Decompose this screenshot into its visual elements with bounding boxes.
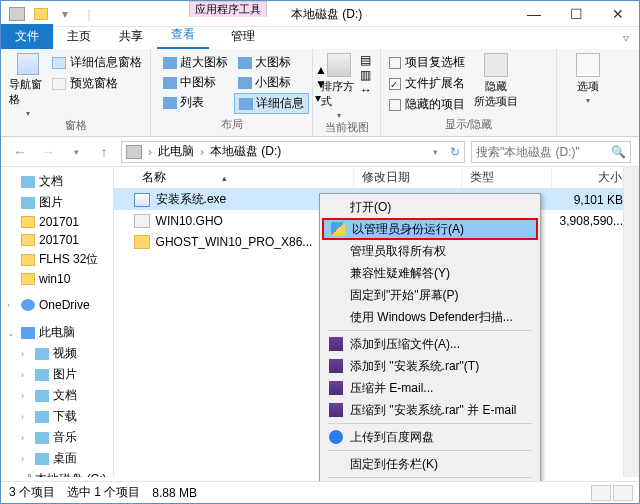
- search-box[interactable]: 🔍: [471, 141, 631, 163]
- rar-icon: [328, 336, 344, 352]
- rar-icon: [328, 402, 344, 418]
- layout-small[interactable]: 小图标: [234, 73, 309, 92]
- item-checkboxes-toggle[interactable]: 项目复选框: [389, 53, 465, 72]
- refresh-button[interactable]: ↻: [450, 145, 460, 159]
- tree-201701b[interactable]: 201701: [1, 231, 113, 249]
- tree-desktop[interactable]: ›桌面: [1, 448, 113, 469]
- folder-icon: [134, 235, 150, 249]
- tree-downloads[interactable]: ›下载: [1, 406, 113, 427]
- menu-open[interactable]: 打开(O): [322, 196, 538, 218]
- minimize-button[interactable]: —: [513, 1, 555, 27]
- preview-pane-toggle[interactable]: 预览窗格: [52, 74, 142, 93]
- address-dropdown[interactable]: ▾: [433, 147, 438, 157]
- menu-defender[interactable]: 使用 Windows Defender扫描...: [322, 306, 538, 328]
- col-type[interactable]: 类型: [462, 167, 552, 188]
- menu-add-archive[interactable]: 添加到压缩文件(A)...: [322, 333, 538, 355]
- options-button[interactable]: 选项 ▾: [565, 53, 611, 105]
- file-ext-toggle[interactable]: 文件扩展名: [389, 74, 465, 93]
- context-menu: 打开(O) 以管理员身份运行(A) 管理员取得所有权 兼容性疑难解答(Y) 固定…: [319, 193, 541, 504]
- menu-run-as-admin[interactable]: 以管理员身份运行(A): [322, 218, 538, 240]
- qat-folder-icon[interactable]: [31, 4, 51, 24]
- rar-icon: [328, 380, 344, 396]
- tree-thispc[interactable]: ⌄此电脑: [1, 322, 113, 343]
- tree-pics[interactable]: 图片: [1, 192, 113, 213]
- detail-pane-toggle[interactable]: 详细信息窗格: [52, 53, 142, 72]
- address-bar: ← → ▾ ↑ › 此电脑 › 本地磁盘 (D:) ▾ ↻ 🔍: [1, 137, 639, 167]
- ribbon: 导航窗格 ▾ 详细信息窗格 预览窗格 窗格 超大图标 中图标 列表 大图标 小图…: [1, 49, 639, 137]
- group-layout-label: 布局: [159, 117, 304, 132]
- tree-music[interactable]: ›音乐: [1, 427, 113, 448]
- hide-selected-button[interactable]: 隐藏 所选项目: [473, 53, 519, 114]
- search-icon[interactable]: 🔍: [611, 145, 626, 159]
- tree-win10[interactable]: win10: [1, 270, 113, 288]
- tab-file[interactable]: 文件: [1, 24, 53, 49]
- context-tab-label: 应用程序工具: [189, 1, 267, 17]
- tree-flhs[interactable]: FLHS 32位: [1, 249, 113, 270]
- view-thumbs-button[interactable]: [613, 485, 633, 501]
- menu-separator: [328, 477, 532, 478]
- close-button[interactable]: ✕: [597, 1, 639, 27]
- exe-icon: [134, 193, 150, 207]
- menu-separator: [328, 330, 532, 331]
- tree-201701a[interactable]: 201701: [1, 213, 113, 231]
- nav-tree[interactable]: 文档 图片 201701 201701 FLHS 32位 win10 ›OneD…: [1, 167, 114, 477]
- group-current-view-label: 当前视图: [321, 120, 372, 135]
- status-size: 8.88 MB: [152, 486, 197, 500]
- crumb-this-pc[interactable]: 此电脑: [158, 143, 194, 160]
- baidu-icon: [328, 429, 344, 445]
- hidden-items-toggle[interactable]: 隐藏的项目: [389, 95, 465, 114]
- ribbon-collapse[interactable]: ▿: [623, 31, 629, 45]
- crumb-drive[interactable]: 本地磁盘 (D:): [210, 143, 281, 160]
- layout-list[interactable]: 列表: [159, 93, 232, 112]
- col-name[interactable]: 名称▴: [134, 167, 354, 188]
- tree-tpics[interactable]: ›图片: [1, 364, 113, 385]
- tree-video[interactable]: ›视频: [1, 343, 113, 364]
- search-input[interactable]: [476, 145, 611, 159]
- maximize-button[interactable]: ☐: [555, 1, 597, 27]
- shield-icon: [330, 221, 346, 237]
- forward-button[interactable]: →: [37, 141, 59, 163]
- tree-onedrive[interactable]: ›OneDrive: [1, 296, 113, 314]
- layout-medium[interactable]: 中图标: [159, 73, 232, 92]
- tab-share[interactable]: 共享: [105, 24, 157, 49]
- view-details-button[interactable]: [591, 485, 611, 501]
- tab-home[interactable]: 主页: [53, 24, 105, 49]
- menu-pin-tb[interactable]: 固定到任务栏(K): [322, 453, 538, 475]
- col-date[interactable]: 修改日期: [354, 167, 462, 188]
- rar-icon: [328, 358, 344, 374]
- tab-view[interactable]: 查看: [157, 22, 209, 49]
- layout-xlarge[interactable]: 超大图标: [159, 53, 232, 72]
- address-drive-icon: [126, 145, 142, 159]
- menu-baidu[interactable]: 上传到百度网盘: [322, 426, 538, 448]
- qat-dropdown[interactable]: ▾: [55, 4, 75, 24]
- sort-button[interactable]: 排序方式 ▾: [321, 53, 356, 120]
- group-panes-label: 窗格: [9, 118, 142, 133]
- scrollbar[interactable]: [623, 167, 639, 477]
- tree-cdisk[interactable]: ›本地磁盘 (C:): [1, 469, 113, 477]
- address-box[interactable]: › 此电脑 › 本地磁盘 (D:) ▾ ↻: [121, 141, 465, 163]
- group-showhide-label: 显示/隐藏: [389, 117, 548, 132]
- layout-large[interactable]: 大图标: [234, 53, 309, 72]
- menu-email[interactable]: 压缩并 E-mail...: [322, 377, 538, 399]
- qat-sep: |: [79, 4, 99, 24]
- menu-pin-start[interactable]: 固定到"开始"屏幕(P): [322, 284, 538, 306]
- add-cols-btn[interactable]: ▥: [360, 68, 372, 82]
- tree-docs[interactable]: 文档: [1, 171, 113, 192]
- drive-icon: [7, 4, 27, 24]
- group-by-btn[interactable]: ▤: [360, 53, 372, 67]
- menu-email-rar[interactable]: 压缩到 "安装系统.rar" 并 E-mail: [322, 399, 538, 421]
- back-button[interactable]: ←: [9, 141, 31, 163]
- window-title: 本地磁盘 (D:): [291, 6, 362, 23]
- menu-add-rar[interactable]: 添加到 "安装系统.rar"(T): [322, 355, 538, 377]
- layout-details[interactable]: 详细信息: [234, 93, 309, 114]
- up-button[interactable]: ↑: [93, 141, 115, 163]
- fit-cols-btn[interactable]: ↔: [360, 83, 372, 97]
- column-headers: 名称▴ 修改日期 类型 大小: [114, 167, 639, 189]
- tree-tdocs[interactable]: ›文档: [1, 385, 113, 406]
- recent-dropdown[interactable]: ▾: [65, 141, 87, 163]
- tab-manage[interactable]: 管理: [217, 24, 269, 49]
- menu-admin-owner[interactable]: 管理员取得所有权: [322, 240, 538, 262]
- file-icon: [134, 214, 150, 228]
- menu-compat[interactable]: 兼容性疑难解答(Y): [322, 262, 538, 284]
- nav-pane-button[interactable]: 导航窗格 ▾: [9, 53, 46, 118]
